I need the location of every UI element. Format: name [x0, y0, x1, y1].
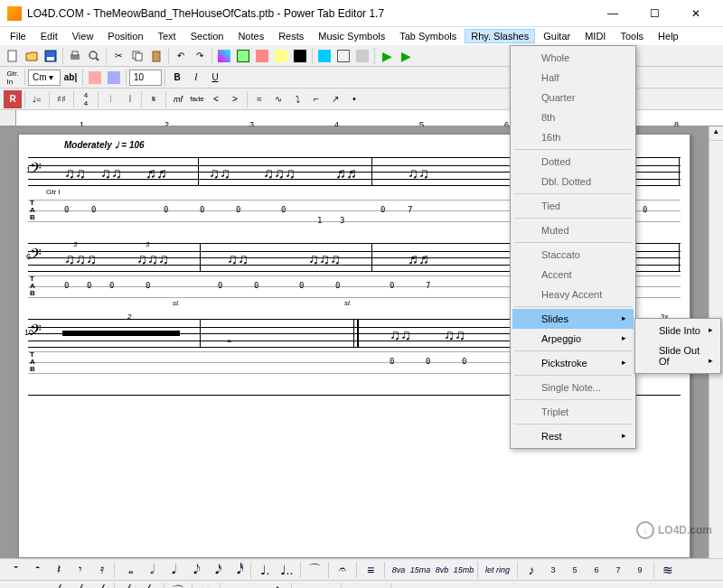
tempo-button[interactable]: ♩=: [28, 90, 46, 108]
sym4-button[interactable]: ⌐: [307, 90, 325, 108]
slash-half-button[interactable]: ◇: [25, 583, 45, 589]
whole-note-button[interactable]: 𝅝: [118, 561, 138, 579]
sixteenth-rest-button[interactable]: 𝄿: [90, 561, 110, 579]
menu-guitar[interactable]: Guitar: [537, 29, 577, 43]
slash-pick-up-button[interactable]: ∨: [417, 583, 437, 589]
slash-mute-button[interactable]: ✕: [196, 583, 216, 589]
bold-button[interactable]: B: [168, 69, 186, 87]
tuplet5-button[interactable]: 5: [565, 561, 585, 579]
slash-pick-down-button[interactable]: ⊓: [395, 583, 415, 589]
save-button[interactable]: [42, 47, 60, 65]
dd-pickstroke[interactable]: Pickstroke: [512, 353, 634, 373]
tool-b-button[interactable]: [234, 47, 252, 65]
slash-accent-button[interactable]: >: [246, 583, 266, 589]
eighth-note-button[interactable]: 𝅘𝅥𝅮: [183, 561, 203, 579]
menu-help[interactable]: Help: [652, 29, 685, 43]
slash-staccato-button[interactable]: ·: [224, 583, 244, 589]
sharp-button[interactable]: ♯♯: [52, 90, 70, 108]
grace-button[interactable]: ♪: [521, 561, 541, 579]
dir1-button[interactable]: 𝄋: [145, 90, 163, 108]
font-a-button[interactable]: [86, 69, 104, 87]
decresc-button[interactable]: >: [226, 90, 244, 108]
menu-midi[interactable]: MIDI: [578, 29, 612, 43]
quarter-note-button[interactable]: 𝅘𝅥: [162, 561, 182, 579]
sym3-button[interactable]: ⤵: [288, 90, 306, 108]
underline-button[interactable]: U: [206, 69, 224, 87]
dd-staccato[interactable]: Staccato: [512, 245, 634, 265]
dd-dbl-dotted[interactable]: Dbl. Dotted: [512, 172, 634, 191]
8va-button[interactable]: 8va: [389, 561, 408, 579]
maximize-button[interactable]: ☐: [634, 1, 674, 26]
slash-quarter-button[interactable]: ╱: [47, 583, 67, 589]
sixteenth-note-button[interactable]: 𝅘𝅥𝅯: [205, 561, 225, 579]
menu-text[interactable]: Text: [152, 29, 183, 43]
dd-heavy-accent[interactable]: Heavy Accent: [512, 285, 634, 304]
slash-slide2-button[interactable]: ↘: [317, 583, 337, 589]
sym2-button[interactable]: ∿: [269, 90, 287, 108]
8vb-button[interactable]: 8vb: [432, 561, 452, 579]
triplet3-button[interactable]: 3: [543, 561, 563, 579]
menu-tools[interactable]: Tools: [614, 29, 650, 43]
tool-a-button[interactable]: [215, 47, 233, 65]
menu-view[interactable]: View: [66, 29, 100, 43]
dd-half[interactable]: Half: [512, 68, 634, 88]
15ma-button[interactable]: 15ma: [410, 561, 430, 579]
dd-single-note[interactable]: Single Note...: [512, 378, 634, 397]
r-button[interactable]: R: [4, 90, 22, 108]
cresc-button[interactable]: <: [207, 90, 225, 108]
fermata-button[interactable]: 𝄐: [333, 561, 352, 579]
dotted-button[interactable]: ♩.: [255, 561, 275, 579]
let-ring-button[interactable]: let ring: [482, 561, 513, 579]
play-from-button[interactable]: ▶: [397, 47, 415, 65]
slash-ddotted-button[interactable]: ╱..: [140, 583, 160, 589]
menu-position[interactable]: Position: [101, 29, 149, 43]
open-button[interactable]: [23, 47, 41, 65]
tuplet7-button[interactable]: 7: [608, 561, 628, 579]
15mb-button[interactable]: 15mb: [454, 561, 474, 579]
font-size-combo[interactable]: 10: [129, 70, 162, 86]
tremolo-button[interactable]: ≡: [361, 561, 380, 579]
tool-c-button[interactable]: [253, 47, 271, 65]
dd-accent[interactable]: Accent: [512, 265, 634, 285]
menu-music-symbols[interactable]: Music Symbols: [312, 29, 391, 43]
sym1-button[interactable]: ≈: [250, 90, 268, 108]
tool-f-button[interactable]: [315, 47, 333, 65]
slash-dotted-button[interactable]: ╱.: [118, 583, 138, 589]
tuplet6-button[interactable]: 6: [587, 561, 606, 579]
slash-eighth-button[interactable]: ╱: [69, 583, 89, 589]
whole-rest-button[interactable]: 𝄻: [4, 561, 23, 579]
slash-slide1-button[interactable]: ↗: [296, 583, 315, 589]
sub-slide-out-of[interactable]: Slide Out Of: [637, 341, 718, 371]
close-button[interactable]: ✕: [676, 1, 716, 26]
eighth-rest-button[interactable]: 𝄾: [69, 561, 89, 579]
play-button[interactable]: ▶: [378, 47, 396, 65]
tool-e-button[interactable]: [291, 47, 309, 65]
dynamic-mf-button[interactable]: mf: [169, 90, 187, 108]
fade-button[interactable]: fade: [188, 90, 206, 108]
double-dotted-button[interactable]: ♩..: [277, 561, 296, 579]
sub-slide-into[interactable]: Slide Into: [637, 321, 718, 341]
undo-button[interactable]: ↶: [172, 47, 190, 65]
timesig-button[interactable]: 44: [77, 90, 95, 108]
cut-button[interactable]: ✂: [109, 47, 127, 65]
quarter-rest-button[interactable]: 𝄽: [47, 561, 67, 579]
redo-button[interactable]: ↷: [191, 47, 209, 65]
dd-8th[interactable]: 8th: [512, 107, 634, 127]
barline2-button[interactable]: 𝄁: [120, 90, 138, 108]
tuplet9-button[interactable]: 9: [630, 561, 650, 579]
dd-dotted[interactable]: Dotted: [512, 152, 634, 172]
italic-button[interactable]: I: [187, 69, 205, 87]
thirtysecond-note-button[interactable]: 𝅘𝅥𝅰: [227, 561, 247, 579]
sym6-button[interactable]: •: [345, 90, 363, 108]
print-button[interactable]: [66, 47, 84, 65]
menu-file[interactable]: File: [4, 29, 33, 43]
menu-rhy-slashes[interactable]: Rhy. Slashes: [465, 29, 535, 43]
dd-muted[interactable]: Muted: [512, 220, 634, 240]
menu-edit[interactable]: Edit: [34, 29, 64, 43]
tool-h-button[interactable]: [353, 47, 371, 65]
guitar-in-button[interactable]: Gtr.In: [4, 69, 22, 87]
barline1-button[interactable]: 𝄀: [101, 90, 119, 108]
dd-whole[interactable]: Whole: [512, 48, 634, 68]
minimize-button[interactable]: —: [593, 1, 633, 26]
tool-d-button[interactable]: [272, 47, 290, 65]
